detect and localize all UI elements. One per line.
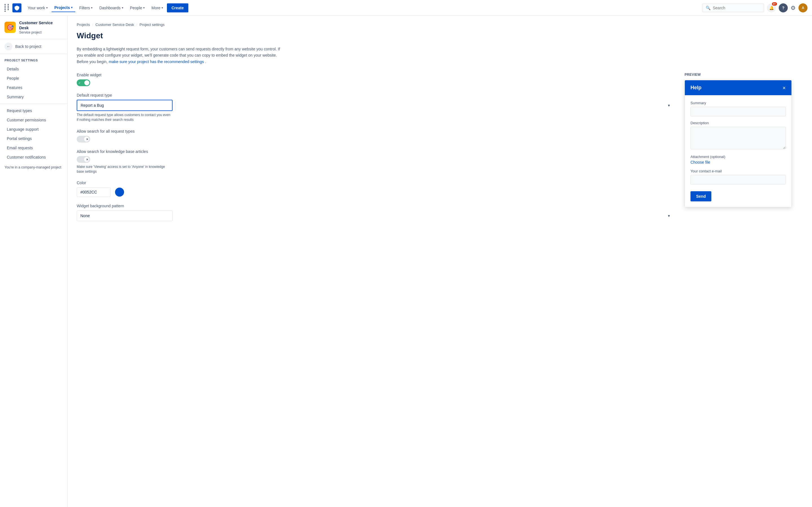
preview-panel: Preview Help × Summary Description [684,73,803,228]
avatar[interactable]: A [799,3,808,12]
bg-pattern-select-wrapper: None ▾ [77,210,673,221]
bg-pattern-field: Widget background pattern None ▾ [77,204,673,221]
chevron-down-icon: ▾ [143,6,145,9]
toggle-off-kb[interactable]: ✕ [77,156,90,163]
sidebar: 🎯 Customer Service Desk Service project … [0,16,68,507]
project-icon: 🎯 [4,22,16,33]
choose-file-button[interactable]: Choose file [691,160,710,165]
widget-header: Help × [685,80,792,95]
allow-search-field: Allow search for all request types ✕ [77,129,673,143]
sidebar-item-people[interactable]: People [2,74,65,83]
back-arrow-icon: ← [4,43,12,50]
nav-dashboards[interactable]: Dashboards ▾ [96,4,126,12]
widget-description-field: Description [691,121,786,150]
sidebar-project-header: 🎯 Customer Service Desk Service project [0,16,67,39]
nav-filters[interactable]: Filters ▾ [77,4,95,12]
breadcrumb-project-settings[interactable]: Project settings [140,22,165,27]
chevron-down-icon: ▾ [122,6,123,9]
allow-kb-label: Allow search for knowledge base articles [77,149,673,154]
toggle-off-search[interactable]: ✕ [77,136,90,143]
enable-widget-toggle[interactable]: ✓ [77,79,673,86]
sidebar-footer: You're in a company-managed project [0,162,67,173]
project-type: Service project [19,31,63,34]
sidebar-item-portal-settings[interactable]: Portal settings [2,134,65,143]
allow-kb-field: Allow search for knowledge base articles… [77,149,673,174]
project-name: Customer Service Desk [19,20,63,31]
app-grid-icon[interactable] [4,4,10,12]
breadcrumb-projects[interactable]: Projects [77,22,90,27]
color-input[interactable] [77,187,110,197]
sidebar-divider [0,104,67,104]
sidebar-section-title: Project settings [0,54,67,64]
chevron-down-icon: ▾ [161,6,163,9]
search-input[interactable] [713,6,760,10]
widget-summary-input[interactable] [691,107,786,116]
color-swatch[interactable] [115,187,124,196]
widget-description-label: Description [691,121,786,125]
sidebar-item-customer-permissions[interactable]: Customer permissions [2,115,65,124]
chevron-down-icon: ▾ [71,6,72,9]
chevron-down-icon: ▾ [91,6,93,9]
recommended-settings-link[interactable]: make sure your project has the recommend… [109,59,204,64]
allow-search-toggle[interactable]: ✕ [77,136,673,143]
widget-close-button[interactable]: × [782,85,786,91]
nav-people[interactable]: People ▾ [127,4,148,12]
nav-items: Your work ▾ Projects ▾ Filters ▾ Dashboa… [25,3,700,12]
preview-label: Preview [684,73,803,76]
toggle-on[interactable]: ✓ [77,79,90,86]
breadcrumb: Projects / Customer Service Desk / Proje… [77,22,803,27]
widget-email-input[interactable] [691,175,786,184]
widget-email-field: Your contact e-mail [691,169,786,184]
content-grid: Enable widget ✓ Default request type [77,73,803,228]
widget-title: Help [691,85,702,91]
select-arrow-icon: ▾ [668,214,670,218]
color-label: Color [77,180,673,185]
create-button[interactable]: Create [167,3,188,12]
kb-hint: Make sure 'Viewing' access is set to 'An… [77,165,172,174]
sidebar-item-customer-notifications[interactable]: Customer notifications [2,153,65,162]
nav-more[interactable]: More ▾ [149,4,166,12]
main-layout: 🎯 Customer Service Desk Service project … [0,16,812,507]
widget-send-button[interactable]: Send [691,191,711,202]
sidebar-item-email-requests[interactable]: Email requests [2,144,65,152]
widget-summary-label: Summary [691,101,786,105]
nav-your-work[interactable]: Your work ▾ [25,4,50,12]
chevron-down-icon: ▾ [46,6,48,9]
default-request-type-label: Default request type [77,93,673,98]
page-title: Widget [77,31,803,40]
sidebar-item-request-types[interactable]: Request types [2,106,65,115]
form-section: Enable widget ✓ Default request type [77,73,673,228]
breadcrumb-separator: / [136,22,137,27]
settings-button[interactable]: ⚙ [791,4,796,11]
jira-logo[interactable] [12,3,21,12]
notification-badge: 9+ [772,2,777,6]
widget-email-label: Your contact e-mail [691,169,786,173]
sidebar-item-features[interactable]: Features [2,83,65,92]
widget-description-textarea[interactable] [691,127,786,149]
bg-pattern-select[interactable]: None [77,210,172,221]
widget-body: Summary Description Attachment (optional… [685,95,792,207]
topnav-right: 🔍 🔔 9+ ? ⚙ A [702,3,808,12]
request-type-select-wrapper: Report a Bug General Inquiry Technical I… [77,100,673,111]
widget-summary-field: Summary [691,101,786,116]
nav-projects[interactable]: Projects ▾ [52,4,75,12]
sidebar-item-language-support[interactable]: Language support [2,125,65,134]
sidebar-item-details[interactable]: Details [2,64,65,73]
select-arrow-icon: ▾ [668,103,670,108]
allow-kb-toggle[interactable]: ✕ [77,156,673,163]
bg-pattern-label: Widget background pattern [77,204,673,208]
search-icon: 🔍 [706,6,711,10]
color-field: Color [77,180,673,197]
request-type-select[interactable]: Report a Bug General Inquiry Technical I… [77,100,172,111]
sidebar-item-summary[interactable]: Summary [2,93,65,101]
help-button[interactable]: ? [779,3,788,12]
color-row [77,187,673,197]
request-type-hint: The default request type allows customer… [77,113,172,122]
notifications-button[interactable]: 🔔 9+ [767,3,776,12]
back-to-project-button[interactable]: ← Back to project [0,39,67,54]
search-box[interactable]: 🔍 [702,4,764,12]
breadcrumb-service-desk[interactable]: Customer Service Desk [96,22,134,27]
top-navigation: Your work ▾ Projects ▾ Filters ▾ Dashboa… [0,0,812,16]
widget-attachment-label: Attachment (optional) [691,155,786,159]
breadcrumb-separator: / [92,22,93,27]
